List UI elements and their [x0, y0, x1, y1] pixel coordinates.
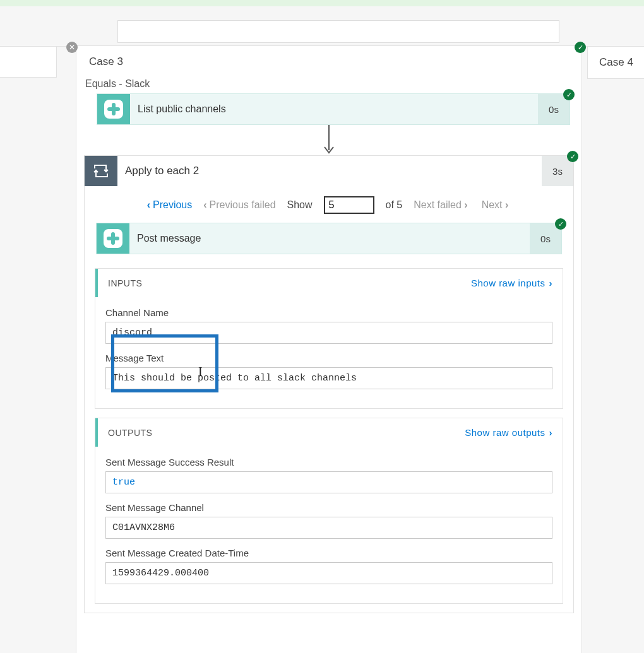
- inputs-header: INPUTS Show raw inputs ›: [95, 269, 563, 297]
- chevron-left-icon: ‹: [203, 199, 206, 210]
- pager-current-input[interactable]: [324, 196, 374, 214]
- chevron-right-icon: ›: [505, 199, 508, 210]
- case-title: Case 3: [76, 46, 581, 74]
- case-card-right[interactable]: Case 4: [587, 46, 644, 79]
- field-label-created-datetime: Sent Message Created Date-Time: [105, 548, 552, 558]
- field-value-created-datetime[interactable]: [105, 562, 552, 584]
- field-value-success-result[interactable]: true: [105, 471, 552, 493]
- case-card-left[interactable]: [0, 46, 57, 78]
- case-title: Case 4: [599, 56, 633, 68]
- connector-arrow: [76, 125, 581, 155]
- field-label-sent-channel: Sent Message Channel: [105, 502, 552, 513]
- top-green-bar: [0, 0, 644, 6]
- chevron-right-icon: ›: [549, 278, 553, 288]
- outputs-title: OUTPUTS: [108, 428, 152, 438]
- field-label-channel-name: Channel Name: [105, 307, 552, 318]
- chevron-left-icon: ‹: [147, 199, 150, 210]
- pager-show-label: Show: [287, 199, 313, 211]
- condition-label: Equals - Slack: [76, 74, 581, 93]
- success-badge-icon: ✓: [567, 151, 578, 162]
- success-badge-icon: ✓: [575, 42, 586, 53]
- outputs-card: OUTPUTS Show raw outputs › Sent Message …: [95, 418, 563, 604]
- pager-previous[interactable]: ‹Previous: [147, 199, 193, 211]
- pager-next[interactable]: Next ›: [482, 199, 511, 211]
- show-raw-inputs-link[interactable]: Show raw inputs ›: [471, 278, 552, 288]
- loop-header[interactable]: Apply to each 2 3s: [85, 156, 573, 186]
- pager-previous-failed[interactable]: ‹Previous failed: [203, 199, 275, 211]
- field-label-message-text: Message Text: [105, 353, 552, 363]
- chevron-right-icon: ›: [464, 199, 467, 210]
- apply-to-each-block: ✓ Apply to each 2 3s ‹Previous: [84, 155, 574, 613]
- field-value-sent-channel[interactable]: [105, 517, 552, 539]
- success-badge-icon: ✓: [555, 218, 566, 230]
- close-icon[interactable]: ✕: [66, 42, 78, 53]
- action-label: List public channels: [130, 94, 538, 124]
- field-label-success-result: Sent Message Success Result: [105, 457, 552, 468]
- canvas: Case 4 ✕ ✓ Case 3 Equals - Slack ✓ List …: [0, 6, 644, 653]
- pager-of-label: of 5: [386, 199, 403, 211]
- loop-icon: [85, 156, 117, 186]
- action-list-public-channels[interactable]: ✓ List public channels 0s: [97, 93, 570, 125]
- field-value-channel-name[interactable]: [105, 322, 552, 344]
- case-panel: Case 3 Equals - Slack ✓ List public chan…: [76, 45, 582, 653]
- loop-label: Apply to each 2: [117, 156, 542, 186]
- action-label: Post message: [129, 223, 530, 254]
- slack-icon: [97, 223, 129, 254]
- inputs-title: INPUTS: [108, 278, 142, 288]
- slack-icon: [97, 94, 130, 124]
- pager-next-failed[interactable]: Next failed ›: [414, 199, 470, 211]
- show-raw-outputs-link[interactable]: Show raw outputs ›: [465, 427, 552, 438]
- outputs-header: OUTPUTS Show raw outputs ›: [95, 418, 563, 447]
- success-badge-icon: ✓: [563, 89, 575, 100]
- action-post-message[interactable]: ✓ Post message 0s: [96, 223, 562, 254]
- pager: ‹Previous ‹Previous failed Show of 5 Nex…: [85, 186, 573, 223]
- inputs-card: INPUTS Show raw inputs › Channel Name Me…: [95, 268, 563, 409]
- previous-block-placeholder: [117, 20, 559, 43]
- chevron-right-icon: ›: [549, 427, 553, 438]
- field-value-message-text[interactable]: [105, 367, 552, 389]
